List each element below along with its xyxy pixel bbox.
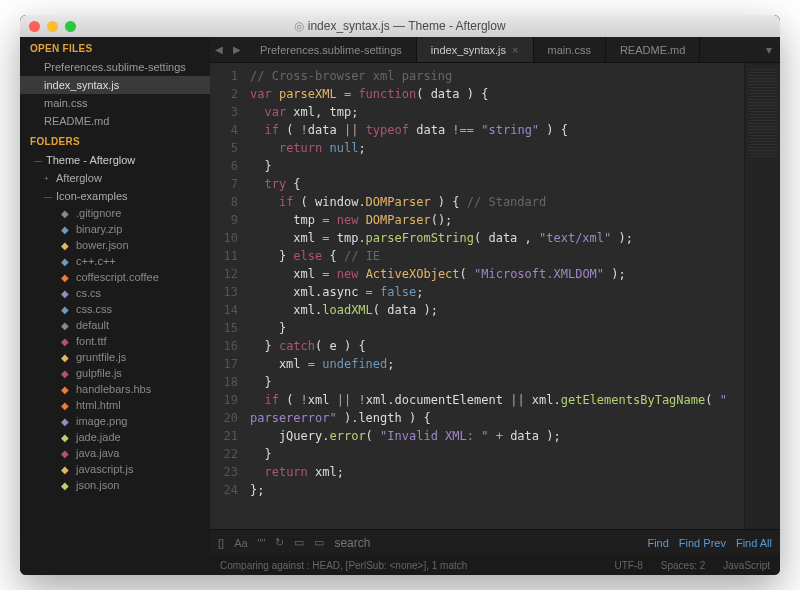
file-label: css.css	[76, 303, 112, 315]
search-bar: [] Aa "" ↻ ▭ ▭ Find Find Prev Find All	[210, 529, 780, 555]
tab-label: Preferences.sublime-settings	[260, 44, 402, 56]
file-type-icon: ◆	[60, 208, 70, 219]
minimap[interactable]	[744, 63, 780, 529]
file-label: handlebars.hbs	[76, 383, 151, 395]
case-icon[interactable]: Aa	[234, 537, 247, 549]
file-item[interactable]: ◆gulpfile.js	[20, 365, 210, 381]
line-gutter: 123456789101112131415161718192021222324	[210, 63, 246, 529]
file-item[interactable]: ◆c++.c++	[20, 253, 210, 269]
open-file-item[interactable]: index_syntax.js	[20, 76, 210, 94]
folders-header: FOLDERS	[20, 130, 210, 151]
status-bar: Comparing against : HEAD, [PerlSub: <non…	[210, 555, 780, 575]
find-button[interactable]: Find	[647, 537, 668, 549]
selection-icon[interactable]: ▭	[294, 536, 304, 549]
file-label: bower.json	[76, 239, 129, 251]
file-label: coffescript.coffee	[76, 271, 159, 283]
window-title: ◎ index_syntax.js — Theme - Afterglow	[20, 19, 780, 33]
file-item[interactable]: ◆javascript.js	[20, 461, 210, 477]
file-item[interactable]: ◆image.png	[20, 413, 210, 429]
file-item[interactable]: ◆css.css	[20, 301, 210, 317]
file-item[interactable]: ◆font.ttf	[20, 333, 210, 349]
file-type-icon: ◆	[60, 336, 70, 347]
tab-label: README.md	[620, 44, 685, 56]
close-icon[interactable]	[29, 21, 40, 32]
editor-window: ◎ index_syntax.js — Theme - Afterglow OP…	[20, 15, 780, 575]
tab[interactable]: Preferences.sublime-settings	[246, 37, 417, 62]
folder-icon-examples[interactable]: —Icon-examples	[20, 187, 210, 205]
open-file-item[interactable]: README.md	[20, 112, 210, 130]
tab-label: index_syntax.js	[431, 44, 506, 56]
folder-root[interactable]: —Theme - Afterglow	[20, 151, 210, 169]
titlebar: ◎ index_syntax.js — Theme - Afterglow	[20, 15, 780, 37]
file-label: gulpfile.js	[76, 367, 122, 379]
minimize-icon[interactable]	[47, 21, 58, 32]
file-item[interactable]: ◆jade.jade	[20, 429, 210, 445]
nav-back-icon[interactable]: ◀	[210, 37, 228, 62]
file-label: html.html	[76, 399, 121, 411]
status-encoding[interactable]: UTF-8	[614, 560, 642, 571]
folder-afterglow[interactable]: +Afterglow	[20, 169, 210, 187]
open-files-header: OPEN FILES	[20, 37, 210, 58]
file-item[interactable]: ◆coffescript.coffee	[20, 269, 210, 285]
file-item[interactable]: ◆bower.json	[20, 237, 210, 253]
sidebar: OPEN FILES Preferences.sublime-settingsi…	[20, 37, 210, 575]
find-prev-button[interactable]: Find Prev	[679, 537, 726, 549]
regex-icon[interactable]: []	[218, 537, 224, 549]
file-type-icon: ◆	[60, 480, 70, 491]
file-type-icon: ◆	[60, 240, 70, 251]
file-label: json.json	[76, 479, 119, 491]
wrap-icon[interactable]: ↻	[275, 536, 284, 549]
file-label: binary.zip	[76, 223, 122, 235]
nav-forward-icon[interactable]: ▶	[228, 37, 246, 62]
file-label: default	[76, 319, 109, 331]
file-item[interactable]: ◆gruntfile.js	[20, 349, 210, 365]
file-label: gruntfile.js	[76, 351, 126, 363]
tab-label: main.css	[548, 44, 591, 56]
file-label: c++.c++	[76, 255, 116, 267]
search-input[interactable]	[334, 536, 637, 550]
file-type-icon: ◆	[60, 464, 70, 475]
quote-icon[interactable]: ""	[258, 537, 266, 549]
status-spaces[interactable]: Spaces: 2	[661, 560, 705, 571]
file-type-icon: ◆	[60, 432, 70, 443]
tab[interactable]: index_syntax.js×	[417, 37, 534, 62]
file-type-icon: ◆	[60, 304, 70, 315]
file-item[interactable]: ◆json.json	[20, 477, 210, 493]
open-file-item[interactable]: main.css	[20, 94, 210, 112]
file-item[interactable]: ◆java.java	[20, 445, 210, 461]
file-label: cs.cs	[76, 287, 101, 299]
file-type-icon: ◆	[60, 256, 70, 267]
file-type-icon: ◆	[60, 400, 70, 411]
file-type-icon: ◆	[60, 416, 70, 427]
file-label: .gitignore	[76, 207, 121, 219]
file-label: image.png	[76, 415, 127, 427]
file-item[interactable]: ◆cs.cs	[20, 285, 210, 301]
file-type-icon: ◆	[60, 368, 70, 379]
file-label: font.ttf	[76, 335, 107, 347]
zoom-icon[interactable]	[65, 21, 76, 32]
code-editor[interactable]: 123456789101112131415161718192021222324 …	[210, 63, 780, 529]
file-type-icon: ◆	[60, 224, 70, 235]
file-item[interactable]: ◆default	[20, 317, 210, 333]
tab[interactable]: README.md	[606, 37, 700, 62]
file-type-icon: ◆	[60, 448, 70, 459]
tab-close-icon[interactable]: ×	[512, 44, 518, 56]
open-file-item[interactable]: Preferences.sublime-settings	[20, 58, 210, 76]
find-all-button[interactable]: Find All	[736, 537, 772, 549]
traffic-lights	[29, 21, 76, 32]
status-left: Comparing against : HEAD, [PerlSub: <non…	[220, 560, 467, 571]
file-type-icon: ◆	[60, 320, 70, 331]
tab-overflow-icon[interactable]: ▾	[758, 37, 780, 62]
file-item[interactable]: ◆binary.zip	[20, 221, 210, 237]
file-item[interactable]: ◆handlebars.hbs	[20, 381, 210, 397]
highlight-icon[interactable]: ▭	[314, 536, 324, 549]
file-item[interactable]: ◆html.html	[20, 397, 210, 413]
file-label: javascript.js	[76, 463, 133, 475]
file-type-icon: ◆	[60, 352, 70, 363]
file-type-icon: ◆	[60, 288, 70, 299]
tab[interactable]: main.css	[534, 37, 606, 62]
file-item[interactable]: ◆.gitignore	[20, 205, 210, 221]
code-content[interactable]: // Cross-browser xml parsingvar parseXML…	[246, 63, 744, 529]
file-type-icon: ◆	[60, 272, 70, 283]
status-lang[interactable]: JavaScript	[723, 560, 770, 571]
